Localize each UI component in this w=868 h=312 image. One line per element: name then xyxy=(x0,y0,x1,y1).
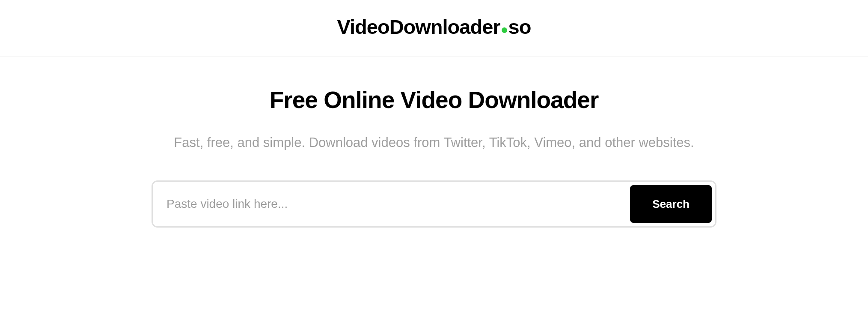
logo-dot-icon xyxy=(502,27,507,33)
search-button[interactable]: Search xyxy=(630,185,712,223)
logo-text-part1: VideoDownloader xyxy=(337,15,500,38)
video-link-input[interactable] xyxy=(156,185,630,223)
page-subheadline: Fast, free, and simple. Download videos … xyxy=(152,135,716,150)
page-headline: Free Online Video Downloader xyxy=(152,86,716,114)
site-logo[interactable]: VideoDownloaderso xyxy=(337,15,531,39)
main-content: Free Online Video Downloader Fast, free,… xyxy=(152,57,716,228)
search-form: Search xyxy=(152,180,716,228)
header: VideoDownloaderso xyxy=(0,0,868,57)
logo-text-part2: so xyxy=(508,15,531,38)
